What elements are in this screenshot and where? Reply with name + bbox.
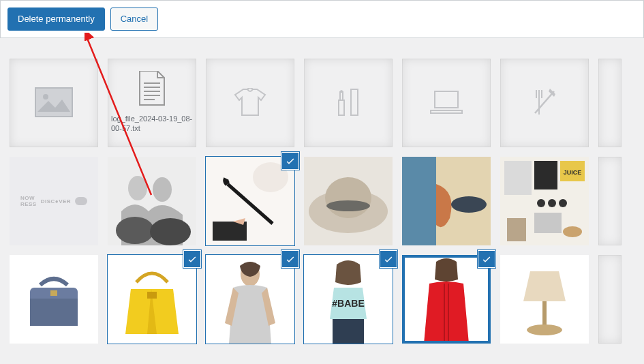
media-item-photo[interactable]: NOWRESSDISC●VER (10, 157, 98, 245)
svg-point-25 (325, 177, 371, 218)
media-item-photo[interactable] (402, 255, 491, 344)
delete-permanently-button[interactable]: Delete permanently (7, 7, 105, 31)
flatlay-clothes-photo: JUICE (500, 157, 589, 245)
toolbar: Delete permanently Cancel (0, 0, 644, 38)
svg-rect-28 (402, 157, 436, 245)
women-baskets-photo (108, 157, 196, 245)
media-item-photo[interactable] (206, 157, 294, 245)
media-item-file[interactable]: log_file_2024-03-19_08-00-57.txt (108, 59, 196, 147)
media-item-photo[interactable]: JUICE (500, 157, 589, 245)
svg-rect-10 (351, 89, 358, 115)
cancel-button[interactable]: Cancel (110, 7, 158, 31)
woman-babe-shirt-photo: #BABE (304, 255, 393, 344)
media-item-photo[interactable] (402, 157, 491, 245)
media-item-photo[interactable] (108, 157, 196, 245)
svg-text:#BABE: #BABE (332, 298, 364, 309)
svg-point-14 (128, 176, 147, 200)
media-item-placeholder[interactable] (10, 59, 98, 147)
laptop-icon (429, 90, 463, 117)
svg-rect-40 (507, 218, 526, 241)
svg-point-29 (451, 196, 487, 213)
svg-point-2 (43, 94, 48, 100)
media-item-photo[interactable] (108, 255, 196, 344)
svg-rect-32 (534, 161, 557, 189)
tshirt-icon (234, 88, 266, 119)
table-lamp-photo (500, 255, 589, 344)
svg-rect-31 (504, 161, 532, 195)
svg-rect-52 (333, 319, 364, 344)
svg-rect-43 (30, 299, 78, 326)
svg-point-39 (563, 226, 582, 237)
svg-point-16 (116, 217, 154, 244)
svg-rect-11 (435, 91, 458, 108)
media-item-placeholder[interactable] (598, 59, 622, 147)
svg-rect-44 (50, 290, 57, 296)
svg-point-36 (548, 199, 556, 207)
svg-point-57 (527, 324, 562, 335)
selected-check-icon (184, 251, 200, 267)
media-item-placeholder[interactable] (206, 59, 294, 147)
svg-rect-8 (339, 100, 344, 115)
beach-shoes-photo (402, 157, 491, 245)
media-grid: log_file_2024-03-19_08-00-57.txt NOWRESS… (0, 59, 644, 344)
straw-hat-photo (304, 157, 393, 245)
dining-icon (530, 87, 559, 119)
mascara-photo (206, 157, 294, 245)
media-item-placeholder[interactable] (500, 59, 589, 147)
svg-rect-38 (534, 213, 562, 233)
lipstick-icon (335, 88, 362, 119)
yellow-handbag-photo (108, 255, 196, 344)
payment-logos-photo: NOWRESSDISC●VER (10, 157, 98, 245)
svg-point-26 (326, 200, 370, 211)
document-icon (137, 71, 167, 110)
svg-rect-56 (542, 301, 547, 326)
svg-rect-9 (340, 92, 343, 100)
svg-rect-1 (35, 88, 72, 117)
media-item-placeholder[interactable] (304, 59, 393, 147)
svg-rect-20 (213, 222, 247, 241)
selected-check-icon (282, 153, 298, 169)
svg-text:JUICE: JUICE (564, 169, 582, 176)
media-item-filename: log_file_2024-03-19_08-00-57.txt (108, 110, 196, 138)
image-placeholder-icon (35, 87, 73, 119)
media-item-photo[interactable] (500, 255, 589, 344)
media-item-photo[interactable] (598, 157, 622, 245)
media-item-photo[interactable] (10, 255, 98, 344)
svg-point-37 (559, 199, 567, 207)
woman-red-coat-photo (402, 255, 491, 344)
svg-point-17 (150, 218, 191, 245)
media-item-photo[interactable] (598, 255, 622, 344)
media-item-photo[interactable]: #BABE (304, 255, 393, 344)
media-item-placeholder[interactable] (402, 59, 491, 147)
selected-check-icon (282, 251, 298, 267)
woman-gray-top-photo (206, 255, 294, 344)
svg-rect-46 (147, 292, 157, 299)
svg-point-15 (153, 177, 172, 202)
svg-point-35 (537, 199, 545, 207)
svg-line-12 (535, 91, 554, 113)
selected-check-icon (478, 251, 495, 267)
blue-handbag-photo (10, 255, 98, 344)
media-item-photo[interactable] (304, 157, 393, 245)
selected-check-icon (380, 251, 397, 267)
media-item-photo[interactable] (206, 255, 294, 344)
